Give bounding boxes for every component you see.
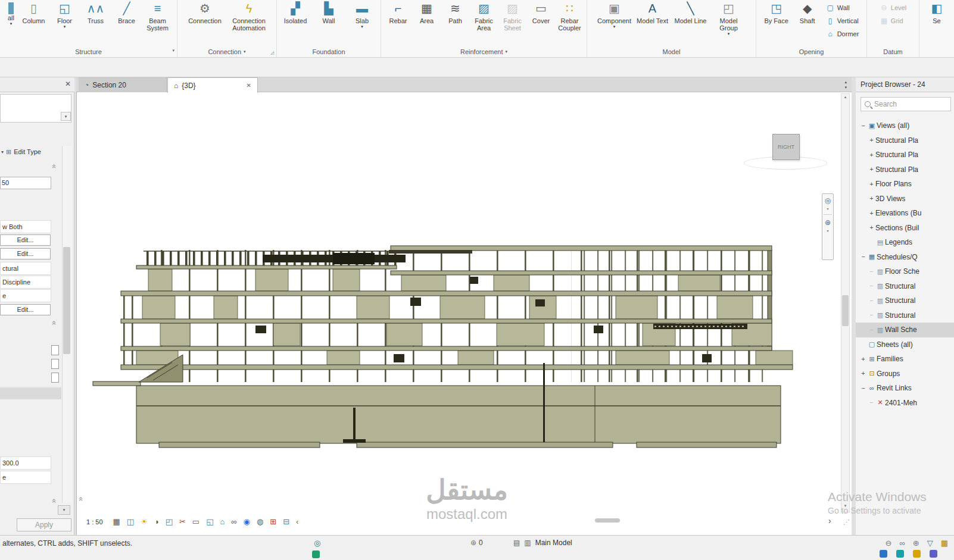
scroll-down-icon[interactable]: ▾ (841, 503, 849, 508)
browser-item-floor-sche[interactable]: ┄▥Floor Sche (856, 264, 954, 279)
tool-model-line[interactable]: ╲Model Line (672, 0, 709, 45)
panel-label-connection[interactable]: Connection▾◿ (177, 46, 276, 57)
tool-rebar-coupler[interactable]: ∷Rebar Coupler (556, 0, 584, 45)
flyout-arrow-icon[interactable]: ▾ (244, 49, 246, 54)
double-chevron-icon[interactable]: « (77, 495, 86, 503)
temporary-view-properties-icon[interactable]: ⌂ (220, 517, 225, 527)
temporary-hide-isolate-icon[interactable]: ◍ (257, 517, 263, 527)
scroll-up-icon[interactable]: ▴ (841, 95, 849, 99)
detail-level-icon[interactable]: ▦ (113, 517, 120, 527)
close-tab-icon[interactable]: ✕ (247, 82, 251, 89)
analytical-model-icon[interactable]: ⊞ (270, 517, 276, 527)
row-button[interactable] (51, 373, 59, 383)
sun-path-icon[interactable]: ☀ (141, 517, 148, 527)
select-links-icon[interactable]: ∞ (900, 539, 905, 548)
tab-list-icon[interactable]: ▴▾ (844, 79, 847, 90)
tool-column[interactable]: ▯Column (19, 0, 49, 45)
tool-truss[interactable]: ∧∧Truss (81, 0, 111, 45)
edit-button-1[interactable]: Edit... (0, 234, 51, 246)
tool-rebar[interactable]: ⌐Rebar (385, 0, 412, 45)
panel-label-structure[interactable]: Structure▾ (0, 46, 177, 57)
tool-floor[interactable]: ◱Floor▾ (50, 0, 80, 45)
active-design-option-icon[interactable]: ▤ (513, 539, 520, 547)
browser-item-structural-pla[interactable]: +Structural Pla (856, 133, 954, 148)
row-button[interactable] (51, 345, 59, 355)
panel-label-opening[interactable]: Opening (756, 46, 866, 57)
tool-component[interactable]: ▣Component▾ (596, 0, 633, 45)
expand-icon[interactable]: + (868, 181, 875, 187)
reveal-constraints-icon[interactable]: ∞ (231, 517, 236, 527)
tool-brace[interactable]: ╱Brace (112, 0, 142, 45)
horizontal-scrollbar-thumb[interactable] (595, 518, 620, 523)
shadows-icon[interactable]: ◑ (154, 517, 159, 527)
browser-item-wall-sche[interactable]: ┄▥Wall Sche (856, 323, 954, 337)
browser-item-sheets-all[interactable]: ▢Sheets (all) (856, 337, 954, 352)
taskbar-app-3-icon[interactable] (913, 550, 921, 558)
tool-vertical[interactable]: ▯Vertical (824, 14, 862, 27)
rendering-dialog-icon[interactable]: ◰ (166, 517, 173, 527)
apply-button[interactable]: Apply (17, 518, 71, 531)
browser-item-families[interactable]: +⊞Families (856, 352, 954, 367)
search-box[interactable] (861, 97, 951, 111)
scroll-up-chevron-icon[interactable]: « (50, 321, 59, 325)
tool-isolated[interactable]: ▞Isolated (279, 0, 311, 45)
expand-icon[interactable]: + (859, 356, 867, 362)
scroll-up-chevron-icon[interactable]: « (50, 164, 59, 168)
design-options-dialog-icon[interactable]: ▥ (524, 539, 531, 547)
expand-icon[interactable]: + (859, 370, 867, 377)
filter-count-icon[interactable]: ▦ (941, 539, 948, 548)
more-controls-icon[interactable]: › (828, 516, 831, 525)
type-value-field[interactable]: 50 (0, 177, 51, 189)
collapse-icon[interactable]: − (859, 123, 867, 129)
browser-item-structural-pla[interactable]: +Structural Pla (856, 162, 954, 177)
view-tab-section-20[interactable]: ◔ Section 20 (79, 77, 167, 92)
show-crop-region-icon[interactable]: ▭ (192, 517, 199, 527)
visual-style-icon[interactable]: ◫ (127, 517, 134, 527)
browser-item-structural[interactable]: ┄▥Structural (856, 293, 954, 308)
collapse-bar-icon[interactable]: ‹ (296, 517, 298, 527)
viewcube[interactable]: RIGHT (772, 134, 800, 160)
tool-by-face[interactable]: ◳By Face (762, 0, 791, 45)
chevron-down-icon[interactable]: ▾ (827, 207, 828, 211)
browser-item-2401-meh[interactable]: ┄✕2401-Meh (856, 396, 954, 411)
displacement-sets-icon[interactable]: ⊟ (283, 517, 289, 527)
tool-cover[interactable]: ▭Cover (528, 0, 555, 45)
expand-icon[interactable]: + (868, 166, 875, 173)
taskbar-app-2-icon[interactable] (896, 550, 904, 558)
collapse-icon[interactable]: − (859, 254, 867, 260)
browser-item-schedules-q[interactable]: −▦Schedules/Q (856, 250, 954, 265)
scroll-down-icon[interactable]: ▾ (58, 505, 70, 515)
expand-icon[interactable]: + (868, 137, 875, 143)
tool-model-text[interactable]: AModel Text (634, 0, 671, 45)
taskbar-app-0-icon[interactable] (312, 550, 320, 558)
editing-requests-icon[interactable]: ⊕ (470, 539, 476, 547)
tool-connection[interactable]: ⚙Connection (183, 0, 226, 45)
row-button[interactable] (51, 359, 59, 369)
flyout-arrow-icon[interactable]: ▾ (506, 49, 508, 54)
panel-label-reinforcement[interactable]: Reinforcement▾ (381, 46, 587, 57)
scroll-up-chevron-icon[interactable]: « (50, 499, 59, 503)
tool-dormer[interactable]: ⌂Dormer (824, 27, 862, 40)
tool-se[interactable]: ◧Se (922, 0, 952, 45)
zoom-icon[interactable]: ⊕ (825, 218, 831, 227)
tool-model-group[interactable]: ◰Model Group▾ (710, 0, 747, 45)
browser-item-structural-pla[interactable]: +Structural Pla (856, 148, 954, 162)
tool-beam-system[interactable]: ≡Beam System (143, 0, 173, 45)
browser-item-sections-buil[interactable]: +Sections (Buil (856, 221, 954, 236)
expand-icon[interactable]: + (868, 152, 875, 158)
browser-item-structural[interactable]: ┄▥Structural (856, 279, 954, 294)
browser-item-groups[interactable]: +⊡Groups (856, 367, 954, 381)
tool-fabric-area[interactable]: ▨Fabric Area (470, 0, 498, 45)
tool-wall-cut[interactable]: all▾ (5, 0, 18, 45)
editing-requests[interactable]: ⊕ 0 (470, 539, 483, 547)
type-selector-dropdown-icon[interactable]: ▾ (61, 112, 71, 121)
expand-icon[interactable]: + (868, 195, 875, 202)
expand-icon[interactable]: + (868, 224, 875, 231)
browser-item-views-all[interactable]: −▣Views (all) (856, 118, 954, 133)
tool-area[interactable]: ▦Area (413, 0, 441, 45)
unlocked-view-icon[interactable]: ◱ (206, 517, 213, 527)
drawing-area[interactable]: RIGHT ◎ ▾ ⊕ ▾ ▴ ▾ « 1 : 50 ▦◫☀◑◰✂▭◱⌂∞◉◍⊞… (76, 92, 852, 535)
tool-slab[interactable]: ▬Slab▾ (346, 0, 378, 45)
crop-view-icon[interactable]: ✂ (179, 517, 186, 527)
browser-item-structural[interactable]: ┄▥Structural (856, 308, 954, 323)
